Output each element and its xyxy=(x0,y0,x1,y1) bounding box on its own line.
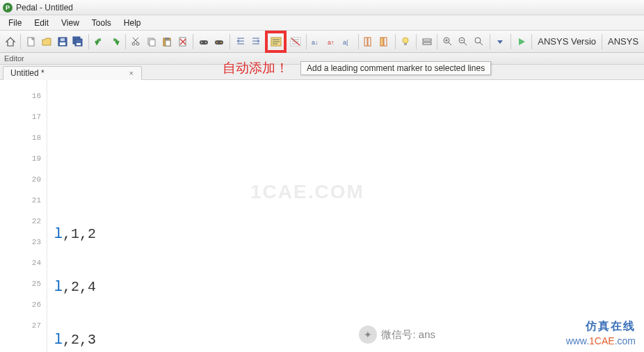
zoom-reset-icon[interactable] xyxy=(472,33,486,50)
indent-decrease-icon[interactable] xyxy=(233,33,248,50)
svg-text:a↓: a↓ xyxy=(312,39,319,46)
svg-rect-32 xyxy=(423,39,431,41)
svg-rect-31 xyxy=(404,43,407,45)
svg-point-20 xyxy=(220,42,222,43)
line-number: 17 xyxy=(0,106,41,127)
save-icon[interactable] xyxy=(55,33,70,50)
svg-point-8 xyxy=(136,42,139,45)
footer-cn-text: 仿真在线 xyxy=(586,319,636,334)
home-icon[interactable] xyxy=(3,33,17,50)
toolbar: a↓ a↑ a| ANSYS Versio ANSYS xyxy=(0,31,644,53)
toolbar-ansys-version[interactable]: ANSYS Versio xyxy=(535,36,599,47)
line-number: 25 xyxy=(0,273,41,294)
svg-rect-33 xyxy=(423,42,431,45)
zoom-in-icon[interactable] xyxy=(440,33,455,50)
line-number-gutter: 16 17 18 19 20 21 22 23 24 25 26 27 xyxy=(0,80,47,352)
footer-url: www.1CAE.com xyxy=(566,335,636,346)
copy-icon[interactable] xyxy=(144,33,159,50)
menu-view[interactable]: View xyxy=(56,17,85,29)
zoom-out-icon[interactable] xyxy=(456,33,471,50)
code-line: l,2,3 xyxy=(54,329,644,350)
uncomment-lines-icon[interactable] xyxy=(288,33,303,50)
svg-rect-15 xyxy=(200,40,208,45)
tab-label: Untitled * xyxy=(10,68,45,78)
svg-rect-6 xyxy=(77,43,81,45)
svg-text:a↑: a↑ xyxy=(328,39,335,46)
column-select-icon[interactable] xyxy=(377,33,392,50)
lightbulb-icon[interactable] xyxy=(399,33,413,50)
line-number: 16 xyxy=(0,86,41,106)
open-folder-icon[interactable] xyxy=(40,33,54,50)
line-number: 26 xyxy=(0,294,41,315)
title-bar: P Pedal - Untitled xyxy=(0,0,644,15)
line-number: 18 xyxy=(0,127,41,148)
menu-help[interactable]: Help xyxy=(118,17,147,29)
paste-icon[interactable] xyxy=(160,33,175,50)
menu-edit[interactable]: Edit xyxy=(29,17,54,29)
menu-tools[interactable]: Tools xyxy=(86,17,117,29)
undo-icon[interactable] xyxy=(92,33,106,50)
wechat-label: 微信号: ans xyxy=(381,328,435,342)
run-icon[interactable] xyxy=(514,33,529,50)
svg-rect-27 xyxy=(368,38,371,46)
tab-untitled[interactable]: Untitled * × xyxy=(3,66,142,80)
svg-point-17 xyxy=(205,42,207,43)
svg-point-19 xyxy=(216,42,218,43)
sort-az-icon[interactable]: a↓ xyxy=(309,33,324,50)
window-title: Pedal - Untitled xyxy=(16,3,73,13)
code-line: l,2,4 xyxy=(54,276,644,297)
wechat-icon: ✦ xyxy=(359,326,377,344)
svg-rect-29 xyxy=(384,38,387,46)
line-number: 20 xyxy=(0,169,41,190)
svg-rect-2 xyxy=(60,42,65,45)
svg-point-30 xyxy=(403,38,408,43)
annotation-callout: 自动添加！ xyxy=(223,59,289,77)
svg-rect-28 xyxy=(380,38,383,46)
svg-rect-18 xyxy=(215,40,223,45)
code-content[interactable]: l,1,2 l,2,4 l,2,3 ! Displays the selecte… xyxy=(47,80,644,352)
line-number: 23 xyxy=(0,232,41,253)
highlighted-toolbar-button xyxy=(265,31,287,53)
code-line xyxy=(54,170,644,191)
svg-rect-26 xyxy=(364,38,367,46)
code-editor[interactable]: 16 17 18 19 20 21 22 23 24 25 26 27 l,1,… xyxy=(0,80,644,352)
svg-text:a|: a| xyxy=(343,39,348,46)
delete-icon[interactable] xyxy=(175,33,190,50)
line-number: 21 xyxy=(0,190,41,211)
toolbar-ansys[interactable]: ANSYS xyxy=(605,36,641,47)
wechat-overlay: ✦ 微信号: ans xyxy=(359,326,435,344)
dropdown-icon[interactable] xyxy=(493,33,508,50)
code-line: l,1,2 xyxy=(54,223,644,244)
save-all-icon[interactable] xyxy=(71,33,86,50)
menu-bar: File Edit View Tools Help xyxy=(0,15,644,31)
line-number: 27 xyxy=(0,315,41,336)
svg-point-36 xyxy=(475,38,481,43)
tab-close-icon[interactable]: × xyxy=(127,69,136,77)
line-number: 19 xyxy=(0,148,41,169)
column-mode-icon[interactable] xyxy=(362,33,376,50)
line-number: 24 xyxy=(0,253,41,273)
sort-za-icon[interactable]: a↑ xyxy=(325,33,339,50)
align-icon[interactable]: a| xyxy=(340,33,355,50)
svg-rect-10 xyxy=(150,40,155,46)
comment-lines-icon[interactable] xyxy=(268,34,284,49)
footer-overlay: 仿真在线 www.1CAE.com xyxy=(566,319,636,346)
svg-point-7 xyxy=(132,42,135,45)
line-number: 22 xyxy=(0,211,41,232)
app-icon: P xyxy=(3,3,13,13)
indent-increase-icon[interactable] xyxy=(249,33,264,50)
tooltip: Add a leading comment marker to selected… xyxy=(300,61,491,75)
code-line xyxy=(54,118,644,138)
gamepad-alt-icon[interactable] xyxy=(212,33,227,50)
cut-icon[interactable] xyxy=(129,33,143,50)
svg-point-16 xyxy=(201,42,202,43)
settings-icon[interactable] xyxy=(419,33,434,50)
svg-rect-12 xyxy=(165,38,169,40)
svg-rect-13 xyxy=(166,40,170,46)
redo-icon[interactable] xyxy=(107,33,122,50)
gamepad-icon[interactable] xyxy=(196,33,211,50)
new-file-icon[interactable] xyxy=(24,33,38,50)
menu-file[interactable]: File xyxy=(3,17,27,29)
svg-rect-3 xyxy=(61,38,65,41)
